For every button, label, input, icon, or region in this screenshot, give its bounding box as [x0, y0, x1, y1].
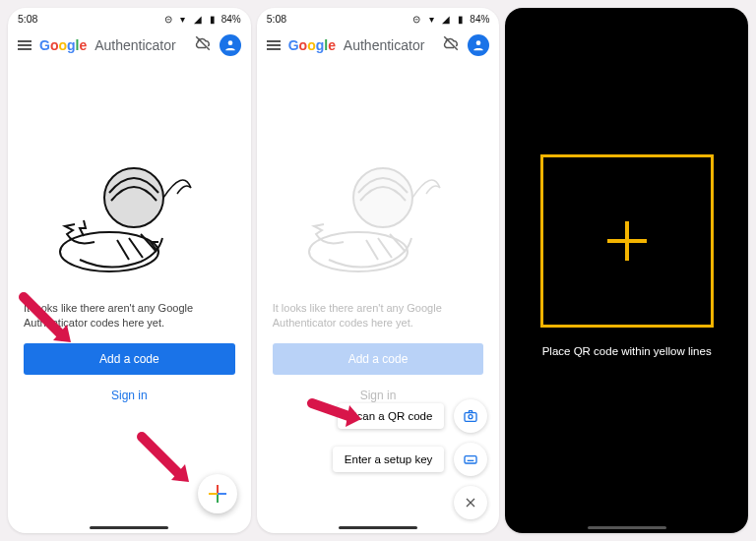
- enter-key-option[interactable]: Enter a setup key: [333, 447, 445, 472]
- cat-yarn-illustration: [289, 144, 467, 281]
- status-icons: ⊝ ▾ ◢ ▮ 84%: [410, 13, 489, 25]
- cat-yarn-illustration: [40, 144, 218, 281]
- qr-scan-frame: [540, 154, 714, 328]
- app-bar: Google Authenticator: [257, 26, 500, 65]
- battery-percent: 84%: [221, 14, 241, 25]
- wifi-icon: ▾: [425, 13, 437, 25]
- screenshot-3-qr-scanner: Place QR code within yellow lines: [505, 8, 748, 533]
- sign-in-link[interactable]: Sign in: [111, 389, 148, 402]
- app-title: Google Authenticator: [39, 37, 176, 53]
- app-name-label: Authenticator: [344, 37, 425, 53]
- battery-icon: ▮: [455, 13, 467, 25]
- wifi-icon: ▾: [177, 13, 189, 25]
- fab-speed-dial: Scan a QR code Enter a setup key: [333, 399, 488, 519]
- app-name-label: Authenticator: [94, 37, 176, 53]
- svg-rect-8: [465, 456, 476, 463]
- menu-icon[interactable]: [267, 40, 281, 50]
- screenshot-1-empty-state: 5:08 ⊝ ▾ ◢ ▮ 84% Google Authenticator: [8, 8, 251, 533]
- camera-icon[interactable]: [454, 399, 487, 433]
- svg-point-0: [227, 40, 232, 45]
- screenshot-2-fab-expanded: 5:08 ⊝ ▾ ◢ ▮ 84% Google Authenticator: [257, 8, 500, 533]
- svg-point-3: [476, 40, 481, 45]
- account-avatar[interactable]: [220, 34, 241, 56]
- signal-icon: ◢: [440, 13, 452, 25]
- dnd-icon: ⊝: [410, 13, 422, 25]
- signal-icon: ◢: [192, 13, 204, 25]
- dnd-icon: ⊝: [162, 13, 174, 25]
- empty-state: It looks like there aren't any Google Au…: [8, 65, 251, 533]
- status-time: 5:08: [267, 13, 286, 25]
- app-bar: Google Authenticator: [8, 26, 251, 65]
- close-fab-button[interactable]: [454, 486, 487, 519]
- svg-point-7: [469, 415, 472, 419]
- add-fab[interactable]: [198, 474, 237, 513]
- add-code-button: Add a code: [273, 343, 484, 375]
- nav-pill[interactable]: [588, 526, 666, 529]
- nav-pill[interactable]: [90, 526, 168, 529]
- cloud-off-icon[interactable]: [194, 34, 212, 56]
- status-time: 5:08: [18, 13, 37, 25]
- battery-icon: ▮: [207, 13, 219, 25]
- app-title: Google Authenticator: [288, 37, 425, 53]
- scan-qr-option[interactable]: Scan a QR code: [338, 403, 444, 429]
- battery-percent: 84%: [470, 14, 489, 25]
- add-code-button[interactable]: Add a code: [24, 343, 235, 375]
- nav-pill[interactable]: [339, 526, 417, 529]
- status-icons: ⊝ ▾ ◢ ▮ 84%: [162, 13, 241, 25]
- plus-icon: [209, 485, 226, 503]
- account-avatar[interactable]: [468, 34, 489, 56]
- menu-icon[interactable]: [18, 40, 32, 50]
- empty-state-text: It looks like there aren't any Google Au…: [24, 301, 235, 331]
- qr-scanner-view[interactable]: Place QR code within yellow lines: [505, 8, 748, 533]
- plus-reticle-icon: [607, 221, 647, 261]
- cloud-off-icon[interactable]: [442, 34, 460, 56]
- keyboard-icon[interactable]: [454, 443, 487, 476]
- status-bar: 5:08 ⊝ ▾ ◢ ▮ 84%: [257, 8, 500, 26]
- qr-instruction-text: Place QR code within yellow lines: [542, 345, 712, 357]
- status-bar: 5:08 ⊝ ▾ ◢ ▮ 84%: [8, 8, 251, 26]
- svg-rect-6: [465, 413, 476, 422]
- empty-state-text: It looks like there aren't any Google Au…: [273, 301, 484, 331]
